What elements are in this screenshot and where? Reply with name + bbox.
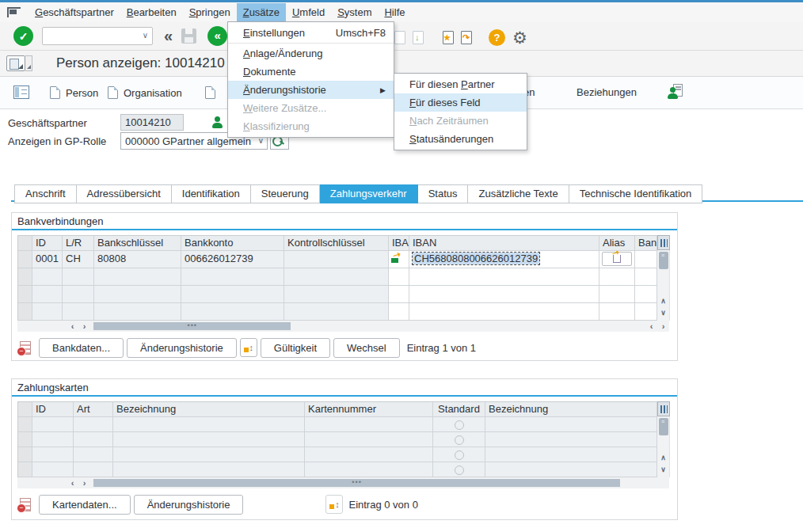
- col-bezeichnung2[interactable]: Bezeichnung: [485, 402, 657, 417]
- col-kontrollschluessel[interactable]: Kontrollschlüssel: [284, 236, 389, 251]
- menu-item-anlage-aenderung[interactable]: Anlage/Änderung: [228, 44, 394, 63]
- cards-horizontal-scrollbar[interactable]: ‹ › •••: [17, 477, 669, 488]
- bank-table-empty-row[interactable]: [18, 286, 657, 303]
- menu-springen[interactable]: Springen: [183, 3, 237, 21]
- command-field[interactable]: ∨: [42, 27, 153, 45]
- wechsel-button[interactable]: Wechsel: [333, 338, 400, 358]
- bank-vertical-scrollbar[interactable]: ≡ ∧ ∨: [657, 235, 670, 321]
- delete-row-button[interactable]: [15, 494, 36, 515]
- menu-geschaeftspartner[interactable]: Geschäftspartner: [29, 3, 120, 21]
- cell-kontrollschluessel[interactable]: [284, 251, 389, 268]
- switch-partner-display-icon[interactable]: [668, 84, 683, 99]
- menu-item-aenderungshistorie[interactable]: Änderungshistorie ▶: [228, 81, 394, 99]
- col-bankschluessel[interactable]: Bankschlüssel: [94, 236, 181, 251]
- submenu-item-statusaenderungen[interactable]: Statusänderungen: [394, 130, 527, 148]
- kartendaten-button[interactable]: Kartendaten...: [39, 495, 131, 515]
- col-art[interactable]: Art: [74, 402, 113, 417]
- scroll-right-icon[interactable]: ›: [78, 321, 90, 331]
- table-settings-icon[interactable]: [657, 235, 670, 250]
- create-group-button[interactable]: [200, 84, 226, 101]
- col-bezeichnung[interactable]: Bezeichnung: [113, 402, 305, 417]
- cards-table-empty-row[interactable]: [18, 417, 657, 432]
- bankdaten-button[interactable]: Bankdaten...: [39, 338, 124, 358]
- col-iban-icon[interactable]: IBAN: [389, 236, 409, 251]
- move-entry-icon[interactable]: [240, 338, 257, 357]
- enter-check-icon[interactable]: ✓: [13, 26, 33, 46]
- scrollbar-thumb[interactable]: ≡: [659, 252, 668, 269]
- scroll-left-icon[interactable]: ‹: [67, 321, 78, 331]
- change-history-button[interactable]: Änderungshistorie: [127, 338, 237, 358]
- exit-icon[interactable]: «: [207, 26, 227, 46]
- col-bank-truncated[interactable]: Bank: [635, 236, 657, 251]
- bank-table-row[interactable]: 0001 CH 80808 006626012739 CH56808080066…: [18, 251, 657, 268]
- back-icon[interactable]: «: [164, 27, 170, 45]
- menu-system[interactable]: System: [331, 3, 378, 21]
- locator-panel-icon[interactable]: [13, 86, 29, 99]
- print-icon[interactable]: [394, 31, 405, 44]
- tab-adressuebersicht[interactable]: Adressübersicht: [77, 184, 172, 203]
- row-selector-header[interactable]: [18, 402, 32, 417]
- table-settings-icon[interactable]: [657, 401, 670, 416]
- tab-anschrift[interactable]: Anschrift: [14, 184, 77, 203]
- shortcut-star-icon[interactable]: ★: [443, 31, 454, 44]
- col-alias[interactable]: Alias: [599, 236, 635, 251]
- scroll-down-icon[interactable]: ∨: [657, 466, 669, 477]
- alias-button[interactable]: [602, 252, 632, 266]
- cards-vertical-scrollbar[interactable]: ≡ ∧ ∨: [657, 401, 670, 477]
- help-icon[interactable]: ?: [489, 29, 505, 46]
- row-selector[interactable]: [18, 447, 32, 462]
- col-id[interactable]: ID: [32, 236, 63, 251]
- scroll-down-icon[interactable]: ∨: [657, 309, 669, 321]
- bank-table-empty-row[interactable]: [18, 268, 657, 286]
- cell-bankschluessel[interactable]: 80808: [94, 251, 181, 268]
- row-selector[interactable]: [18, 432, 32, 447]
- tab-steuerung[interactable]: Steuerung: [251, 184, 320, 203]
- delete-row-button[interactable]: [15, 337, 36, 358]
- scroll-left-icon[interactable]: ‹: [67, 478, 78, 488]
- scroll-up-icon[interactable]: ∧: [657, 454, 669, 466]
- scroll-right-icon[interactable]: ›: [657, 321, 669, 331]
- menu-zusaetze[interactable]: Zusätze: [237, 3, 286, 21]
- open-session-icon[interactable]: ↷: [461, 31, 472, 44]
- cell-alias[interactable]: [599, 251, 635, 268]
- col-kartennummer[interactable]: Kartennummer: [305, 402, 433, 417]
- create-organisation-button[interactable]: Organisation: [103, 84, 187, 101]
- col-bankkonto[interactable]: Bankkonto: [181, 236, 284, 251]
- services-for-object-dropdown-icon[interactable]: [25, 55, 32, 71]
- menu-item-weitere-zusaetze[interactable]: Weitere Zusätze...: [228, 99, 394, 117]
- relationships-button[interactable]: Beziehungen: [572, 84, 641, 101]
- scroll-up-icon[interactable]: ∧: [657, 297, 669, 309]
- menu-bearbeiten[interactable]: Bearbeiten: [120, 3, 183, 21]
- tab-status[interactable]: Status: [418, 184, 469, 203]
- submenu-item-fuer-dieses-feld[interactable]: Für dieses Feld: [394, 93, 527, 112]
- standard-radio[interactable]: [455, 466, 464, 475]
- menu-item-dokumente[interactable]: Dokumente: [228, 63, 394, 81]
- validity-button[interactable]: Gültigkeit: [261, 338, 330, 358]
- command-dropdown-icon[interactable]: ∨: [143, 31, 148, 40]
- cards-table-empty-row[interactable]: [18, 432, 657, 447]
- row-selector[interactable]: [18, 417, 32, 432]
- cell-bank[interactable]: [635, 251, 657, 268]
- customize-gear-icon[interactable]: ⚙: [512, 29, 527, 46]
- tab-zahlungsverkehr[interactable]: Zahlungsverkehr: [320, 184, 418, 203]
- bank-horizontal-scrollbar[interactable]: ‹ › ••• ‹ ›: [17, 321, 669, 332]
- tab-identifikation[interactable]: Identifikation: [172, 184, 251, 203]
- iban-generate-icon[interactable]: [389, 251, 409, 268]
- menu-item-klassifizierung[interactable]: Klassifizierung: [228, 117, 394, 135]
- create-person-button[interactable]: Person: [45, 84, 103, 101]
- row-selector[interactable]: [18, 462, 32, 477]
- scroll-right-icon[interactable]: ›: [78, 478, 90, 488]
- standard-radio[interactable]: [455, 435, 464, 445]
- row-selector-header[interactable]: [18, 236, 32, 251]
- row-selector[interactable]: [18, 286, 32, 303]
- menu-item-einstellungen[interactable]: Einstellungen Umsch+F8: [228, 24, 394, 42]
- download-icon[interactable]: ↓: [413, 31, 424, 44]
- cell-bankkonto[interactable]: 006626012739: [181, 251, 284, 268]
- tab-technische-identifikation[interactable]: Technische Identifikation: [569, 184, 703, 203]
- scrollbar-thumb[interactable]: ≡: [659, 418, 668, 435]
- save-icon[interactable]: [181, 28, 196, 44]
- scrollbar-thumb[interactable]: •••: [93, 322, 291, 330]
- change-history-button[interactable]: Änderungshistorie: [134, 495, 244, 515]
- row-selector[interactable]: [18, 251, 32, 268]
- scroll-left-icon[interactable]: ‹: [645, 321, 657, 331]
